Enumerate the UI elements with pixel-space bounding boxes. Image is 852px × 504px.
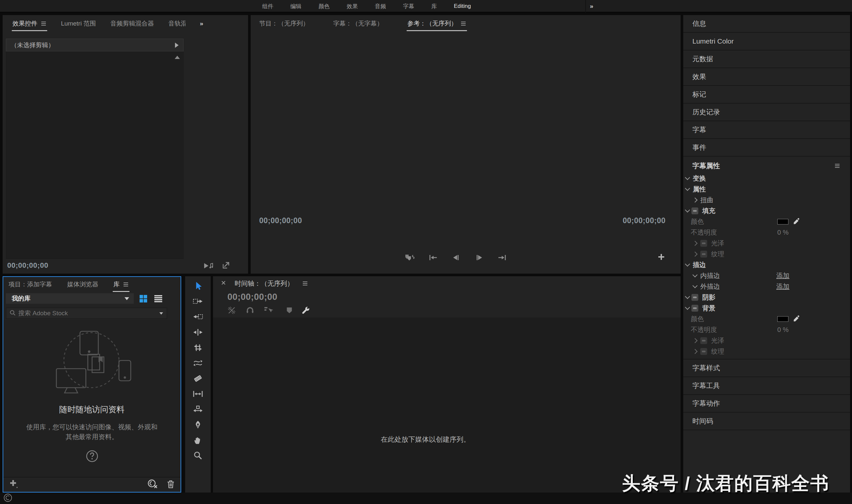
panel-tab-caption-styles[interactable]: 字幕样式 xyxy=(683,359,850,377)
chevron-right-icon[interactable] xyxy=(692,252,697,257)
tab-effect-controls[interactable]: 效果控件 xyxy=(13,19,47,28)
rate-stretch-tool-icon[interactable] xyxy=(192,358,203,368)
panel-tab-captions[interactable]: 字幕 xyxy=(683,121,850,139)
effect-toggle-icon[interactable] xyxy=(691,208,698,214)
hand-tool-icon[interactable] xyxy=(192,435,203,445)
chevron-down-icon[interactable] xyxy=(692,283,697,288)
menu-item-audio[interactable]: 音频 xyxy=(375,3,386,10)
tab-project[interactable]: 项目：添加字幕 xyxy=(8,280,52,289)
panel-overflow-chevron[interactable]: » xyxy=(200,20,203,27)
workspace-overflow-chevron[interactable]: » xyxy=(590,0,594,13)
panel-tab-events[interactable]: 事件 xyxy=(683,139,850,157)
tab-audio-clip-mixer[interactable]: 音频剪辑混合器 xyxy=(110,19,154,28)
tab-libraries[interactable]: 库 xyxy=(113,280,129,289)
panel-menu-icon[interactable] xyxy=(41,21,47,26)
sync-disabled-icon[interactable] xyxy=(147,479,158,490)
opacity-value[interactable]: 0 % xyxy=(777,326,788,334)
tab-captions-monitor[interactable]: 字幕：（无字幕） xyxy=(333,19,383,28)
tree-row-fill-sheen[interactable]: 光泽 xyxy=(683,238,850,249)
expand-arrow-icon[interactable] xyxy=(175,42,179,48)
menu-item-captions[interactable]: 字幕 xyxy=(403,3,414,10)
step-forward-icon[interactable] xyxy=(473,253,485,262)
effect-toggle-icon[interactable] xyxy=(700,251,707,257)
creative-cloud-icon[interactable] xyxy=(3,493,13,504)
timeline-title[interactable]: 时间轴：（无序列） xyxy=(235,279,294,288)
export-frame-icon[interactable] xyxy=(221,261,230,271)
fill-color-swatch[interactable] xyxy=(777,219,788,224)
opacity-value[interactable]: 0 % xyxy=(777,229,788,236)
effect-toggle-icon[interactable] xyxy=(700,348,707,355)
chevron-right-icon[interactable] xyxy=(692,241,697,246)
panel-tab-caption-actions[interactable]: 字幕动作 xyxy=(683,395,850,413)
snap-magnet-icon[interactable] xyxy=(244,305,256,315)
chevron-right-icon[interactable] xyxy=(692,338,697,343)
tree-row-background[interactable]: 背景 xyxy=(683,303,850,313)
search-input[interactable] xyxy=(18,310,156,317)
grid-view-icon[interactable] xyxy=(139,294,147,304)
chevron-down-icon[interactable] xyxy=(685,294,690,299)
panel-tab-effects[interactable]: 效果 xyxy=(683,68,850,86)
library-select[interactable]: 我的库 xyxy=(6,293,134,304)
tab-lumetri-scopes[interactable]: Lumetri 范围 xyxy=(61,19,96,28)
go-to-in-icon[interactable] xyxy=(428,253,439,262)
chevron-down-icon[interactable] xyxy=(692,272,697,277)
go-to-out-icon[interactable] xyxy=(496,253,508,262)
no-clip-selected-bar[interactable]: （未选择剪辑） xyxy=(6,39,183,51)
list-view-icon[interactable] xyxy=(154,294,163,304)
panel-menu-icon[interactable] xyxy=(460,21,466,26)
track-select-backward-icon[interactable] xyxy=(192,312,203,322)
scroll-up-icon[interactable] xyxy=(175,56,180,59)
chevron-down-icon[interactable] xyxy=(685,262,690,267)
delete-trash-icon[interactable] xyxy=(167,480,175,490)
help-icon[interactable] xyxy=(86,450,98,464)
panel-menu-icon[interactable] xyxy=(302,281,308,286)
panel-tab-markers[interactable]: 标记 xyxy=(683,86,850,104)
menu-item-effects[interactable]: 效果 xyxy=(347,3,358,10)
tree-row-stroke[interactable]: 描边 xyxy=(683,259,850,270)
tree-row-attributes[interactable]: 属性 xyxy=(683,184,850,195)
chevron-down-icon[interactable] xyxy=(685,175,690,180)
add-marker-icon[interactable] xyxy=(405,253,416,262)
panel-tab-history[interactable]: 历史记录 xyxy=(683,104,850,121)
play-audio-icon[interactable] xyxy=(203,262,214,271)
zoom-tool-icon[interactable] xyxy=(192,450,203,461)
panel-tab-timecode[interactable]: 时间码 xyxy=(683,413,850,430)
timeline-drop-zone[interactable]: 在此处放下媒体以创建序列。 xyxy=(213,318,681,492)
add-marker-icon[interactable] xyxy=(284,305,295,315)
panel-menu-icon[interactable] xyxy=(834,163,840,168)
panel-menu-icon[interactable] xyxy=(123,282,129,287)
eyedropper-icon[interactable] xyxy=(793,315,800,324)
menu-item-assembly[interactable]: 组件 xyxy=(262,3,273,10)
eyedropper-icon[interactable] xyxy=(793,218,800,227)
chevron-right-icon[interactable] xyxy=(692,349,697,354)
chevron-down-icon[interactable] xyxy=(685,305,690,310)
tree-row-shadow[interactable]: 阴影 xyxy=(683,292,850,303)
button-editor-plus-icon[interactable] xyxy=(656,252,667,262)
add-inner-stroke-link[interactable]: 添加 xyxy=(776,271,790,280)
effect-toggle-icon[interactable] xyxy=(691,294,698,301)
effect-toggle-icon[interactable] xyxy=(700,337,707,344)
tree-row-background-texture[interactable]: 纹理 xyxy=(683,346,850,357)
chevron-right-icon[interactable] xyxy=(692,198,697,203)
menu-item-libraries[interactable]: 库 xyxy=(431,3,437,10)
rolling-edit-icon[interactable] xyxy=(192,342,203,353)
tree-row-outer-stroke[interactable]: 外描边 添加 xyxy=(683,281,850,292)
tab-media-browser[interactable]: 媒体浏览器 xyxy=(67,280,98,289)
chevron-down-icon[interactable] xyxy=(159,312,163,314)
timeline-settings-wrench-icon[interactable] xyxy=(300,305,311,315)
tree-row-fill-texture[interactable]: 纹理 xyxy=(683,249,850,259)
timeline-timecode[interactable]: 00;00;00;00 xyxy=(228,292,277,302)
step-back-icon[interactable] xyxy=(451,253,462,262)
track-select-forward-icon[interactable] xyxy=(192,296,203,306)
chevron-down-icon[interactable] xyxy=(685,208,690,213)
ripple-edit-icon[interactable] xyxy=(192,327,203,337)
add-outer-stroke-link[interactable]: 添加 xyxy=(776,282,790,291)
menu-item-editing-active[interactable]: Editing xyxy=(454,3,471,10)
tree-row-inner-stroke[interactable]: 内描边 添加 xyxy=(683,270,850,281)
panel-tab-metadata[interactable]: 元数据 xyxy=(683,51,850,68)
tree-row-fill[interactable]: 填充 xyxy=(683,205,850,216)
chevron-down-icon[interactable] xyxy=(685,186,690,191)
effect-toggle-icon[interactable] xyxy=(691,305,698,312)
background-color-swatch[interactable] xyxy=(777,316,788,322)
panel-tab-info[interactable]: 信息 xyxy=(683,15,850,33)
